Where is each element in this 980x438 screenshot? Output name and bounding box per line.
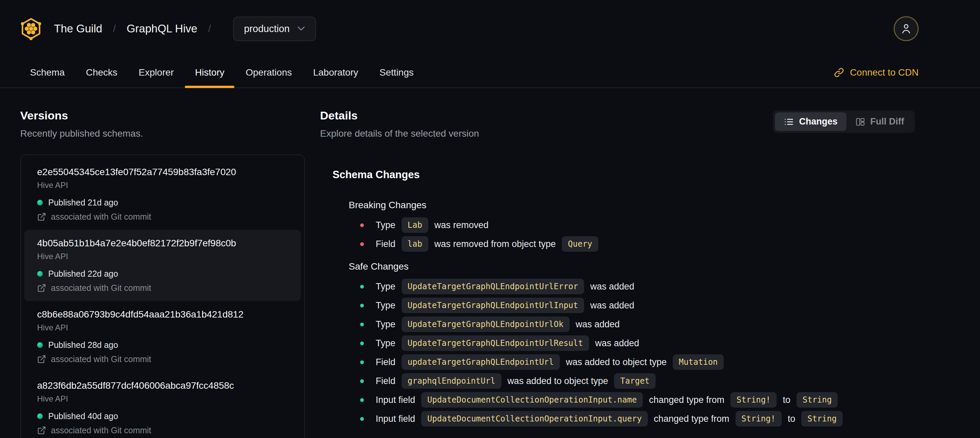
- change-text: Field: [375, 357, 396, 368]
- target-selector-value: production: [244, 23, 290, 34]
- version-service: Hive API: [37, 394, 288, 404]
- tab-history[interactable]: History: [195, 57, 224, 88]
- change-row: TypeUpdateTargetGraphQLEndpointUrlResult…: [360, 335, 915, 351]
- external-link-icon: [37, 355, 46, 364]
- code-badge: UpdateTargetGraphQLEndpointUrlError: [402, 279, 584, 294]
- app-header: The Guild / GraphQL Hive / production Sc…: [0, 0, 980, 88]
- change-text: was added: [576, 319, 620, 330]
- external-link-icon: [37, 426, 46, 435]
- published-status-dot: [37, 342, 43, 348]
- change-row: FieldgraphqlEndpointUrlwas added to obje…: [360, 373, 915, 389]
- version-status-row: Published 22d ago: [37, 269, 288, 279]
- breadcrumb-project[interactable]: GraphQL Hive: [126, 22, 197, 35]
- code-badge: Lab: [402, 217, 428, 233]
- version-list: e2e55045345ce13fe07f52a77459b83fa3fe7020…: [20, 154, 305, 438]
- version-list-item[interactable]: c8b6e88a06793b9c4dfd54aaa21b36a1b421d812…: [24, 301, 301, 372]
- breaking-bullet: [360, 242, 364, 246]
- version-git-text: associated with Git commit: [51, 425, 151, 435]
- version-list-item[interactable]: 4b05ab51b1b4a7e2e4b0ef82172f2b9f7ef98c0b…: [24, 230, 301, 301]
- view-toggle-group: Changes Full Diff: [773, 110, 915, 133]
- changes-view-button[interactable]: Changes: [775, 112, 846, 131]
- change-text: Type: [375, 338, 396, 349]
- code-badge: UpdateDocumentCollectionOperationInput.n…: [421, 392, 643, 408]
- external-link-icon: [37, 284, 46, 293]
- code-badge: Query: [562, 236, 598, 252]
- version-git-link[interactable]: associated with Git commit: [37, 283, 288, 293]
- safe-bullet: [360, 323, 364, 326]
- version-hash: 4b05ab51b1b4a7e2e4b0ef82172f2b9f7ef98c0b: [37, 238, 288, 249]
- split-panels-icon: [855, 117, 865, 127]
- change-text: to: [788, 414, 795, 424]
- breadcrumb-separator: /: [113, 23, 116, 34]
- versions-subtitle: Recently published schemas.: [20, 128, 305, 139]
- version-hash: c8b6e88a06793b9c4dfd54aaa21b36a1b421d812: [37, 309, 288, 320]
- safe-bullet: [360, 285, 364, 288]
- code-badge: String!: [730, 392, 776, 408]
- version-git-text: associated with Git commit: [51, 354, 151, 364]
- tab-schema[interactable]: Schema: [30, 57, 65, 88]
- code-badge: UpdateTargetGraphQLEndpointUrlInput: [402, 298, 584, 313]
- safe-bullet: [360, 398, 364, 402]
- tab-operations[interactable]: Operations: [245, 57, 292, 88]
- change-text: Type: [375, 220, 396, 231]
- user-avatar-button[interactable]: [894, 16, 919, 41]
- change-text: was added to object type: [508, 376, 608, 386]
- code-badge: String!: [735, 411, 782, 427]
- versions-panel: Versions Recently published schemas. e2e…: [20, 88, 305, 438]
- version-status-text: Published 28d ago: [48, 340, 118, 350]
- breadcrumb-org[interactable]: The Guild: [54, 22, 102, 35]
- tab-explorer[interactable]: Explorer: [138, 57, 174, 88]
- version-status-text: Published 22d ago: [48, 269, 118, 279]
- changes-view-label: Changes: [799, 116, 837, 127]
- tab-settings[interactable]: Settings: [379, 57, 414, 88]
- version-status-row: Published 28d ago: [37, 340, 288, 350]
- version-git-text: associated with Git commit: [51, 283, 151, 293]
- code-badge: String: [801, 411, 843, 427]
- change-text: changed type from: [654, 414, 729, 424]
- version-hash: a823f6db2a55df877dcf406006abca97fcc4858c: [37, 380, 288, 391]
- version-service: Hive API: [37, 323, 288, 332]
- tab-checks[interactable]: Checks: [86, 57, 117, 88]
- details-title: Details: [320, 109, 479, 122]
- version-git-link[interactable]: associated with Git commit: [37, 212, 288, 222]
- change-text: Input field: [375, 395, 415, 405]
- schema-changes-groups: Breaking ChangesTypeLabwas removedFieldl…: [332, 200, 915, 427]
- version-status-text: Published 40d ago: [48, 411, 118, 421]
- safe-bullet: [360, 341, 364, 345]
- change-text: Field: [375, 376, 396, 386]
- breaking-changes-group: Breaking ChangesTypeLabwas removedFieldl…: [349, 200, 915, 252]
- change-text: to: [783, 395, 791, 405]
- change-text: was removed: [434, 220, 488, 231]
- version-git-link[interactable]: associated with Git commit: [37, 425, 288, 435]
- schema-changes-section: Schema Changes Breaking ChangesTypeLabwa…: [332, 169, 915, 427]
- code-badge: lab: [402, 236, 428, 252]
- user-icon: [900, 22, 912, 35]
- version-git-link[interactable]: associated with Git commit: [37, 354, 288, 364]
- full-diff-view-button[interactable]: Full Diff: [846, 112, 913, 131]
- connect-to-cdn-link[interactable]: Connect to CDN: [834, 67, 919, 78]
- change-row: Input fieldUpdateDocumentCollectionOpera…: [360, 411, 915, 427]
- version-list-item[interactable]: a823f6db2a55df877dcf406006abca97fcc4858c…: [24, 372, 301, 438]
- safe-bullet: [360, 417, 364, 421]
- details-subtitle: Explore details of the selected version: [320, 128, 479, 139]
- schema-changes-title: Schema Changes: [332, 169, 915, 181]
- code-badge: graphqlEndpointUrl: [402, 373, 501, 389]
- version-git-text: associated with Git commit: [51, 212, 151, 222]
- breadcrumb-separator: /: [208, 23, 211, 34]
- version-hash: e2e55045345ce13fe07f52a77459b83fa3fe7020: [37, 167, 288, 177]
- change-text: was added to object type: [566, 357, 667, 368]
- hive-logo-icon[interactable]: [20, 17, 42, 40]
- published-status-dot: [37, 271, 43, 277]
- change-text: Type: [375, 300, 396, 311]
- code-badge: Mutation: [673, 354, 724, 370]
- published-status-dot: [37, 200, 43, 205]
- target-selector-dropdown[interactable]: production: [233, 16, 316, 41]
- tab-laboratory[interactable]: Laboratory: [313, 57, 358, 88]
- safe-changes-group: Safe ChangesTypeUpdateTargetGraphQLEndpo…: [349, 261, 915, 427]
- code-badge: UpdateDocumentCollectionOperationInput.q…: [421, 411, 648, 427]
- safe-bullet: [360, 379, 364, 383]
- header-top-row: The Guild / GraphQL Hive / production: [0, 0, 980, 57]
- chevron-down-icon: [297, 26, 305, 31]
- change-row: TypeUpdateTargetGraphQLEndpointUrlErrorw…: [360, 279, 915, 294]
- version-list-item[interactable]: e2e55045345ce13fe07f52a77459b83fa3fe7020…: [24, 159, 301, 230]
